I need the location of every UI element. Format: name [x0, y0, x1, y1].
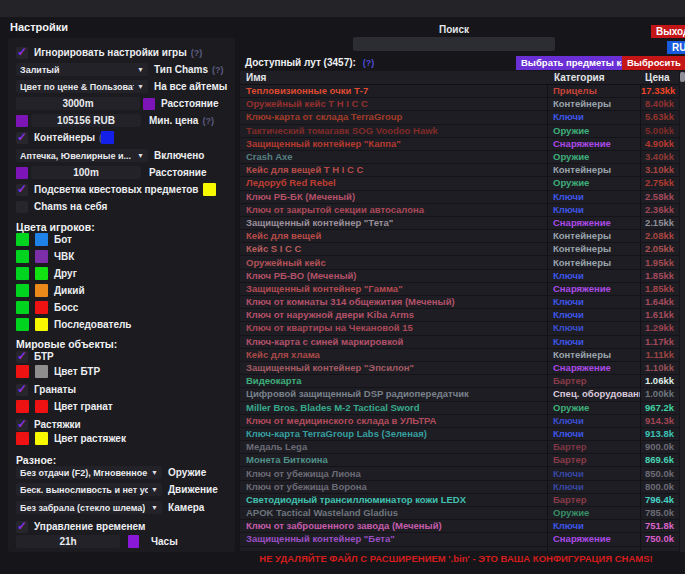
loot-row[interactable]: Оружейный кейсКонтейнеры1.95kk [240, 256, 679, 269]
camera-dropdown[interactable]: Без забрала (стекло шлема)▼ [16, 501, 162, 514]
loot-scrollbar-track[interactable] [680, 71, 685, 552]
loot-row[interactable]: Тепловизионные очки Т-7Прицелы17.33kk [240, 85, 679, 98]
weapon-dropdown[interactable]: Без отдачи (F2), Мгновенное п▼ [16, 466, 162, 479]
loot-scrollbar-thumb[interactable] [680, 72, 685, 82]
player-type-color-swatch[interactable] [35, 250, 48, 263]
player-type-color-swatch[interactable] [35, 233, 48, 246]
quest-items-color-swatch[interactable] [203, 183, 216, 196]
loot-row[interactable]: Кейс для вещейКонтейнеры2.08kk [240, 230, 679, 243]
loot-item-price: 5.63kk [641, 111, 679, 123]
loot-item-category: Контейнеры [548, 349, 641, 361]
quest-items-checkbox[interactable]: ✓ [16, 184, 28, 196]
player-type-color-swatch[interactable] [35, 284, 48, 297]
loot-row[interactable]: Ледоруб Red RebelОружие2.75kk [240, 177, 679, 190]
btr-color-swatch-1[interactable] [16, 365, 29, 378]
loot-row[interactable]: Монета БиткоинаБартер869.6k [240, 454, 679, 467]
hours-input[interactable] [16, 535, 120, 548]
loot-row[interactable]: Кейс для хламаКонтейнеры1.11kk [240, 349, 679, 362]
tripwires-checkbox[interactable]: ✓ [16, 419, 28, 431]
distance-input[interactable] [16, 97, 140, 110]
loot-row[interactable]: Цифровой защищенный DSP радиопередатчикС… [240, 388, 679, 401]
loot-row[interactable]: Светодиодный трансиллюминатор кожи LEDXБ… [240, 494, 679, 507]
player-visible-color-swatch[interactable] [16, 250, 29, 263]
player-color-row: ЧВК [16, 250, 74, 263]
loot-row[interactable]: Тактический томагавк SOG Voodoo HawkОруж… [240, 125, 679, 138]
grenades-checkbox[interactable]: ✓ [16, 384, 28, 396]
player-visible-color-swatch[interactable] [16, 267, 29, 280]
language-button[interactable]: RU [667, 41, 685, 54]
containers-color-swatch[interactable] [101, 131, 114, 144]
containers-filter-dropdown[interactable]: Аптечка, Ювелирные и...▼ [16, 149, 148, 162]
player-type-color-swatch[interactable] [35, 267, 48, 280]
loot-row[interactable]: Ключ от комнаты 314 общежития (Меченый)К… [240, 296, 679, 309]
search-input[interactable] [353, 37, 555, 51]
loot-item-name: Защищенный контейнер "Каппа" [240, 138, 548, 150]
loot-row[interactable]: Оружейный кейс T H I C CКонтейнеры8.40kk [240, 98, 679, 111]
loot-item-price: 914.3k [641, 415, 679, 427]
loot-row[interactable]: Ключ от заброшенного завода (Меченый)Клю… [240, 520, 679, 533]
loot-row[interactable]: Ключ-карта TerraGroup Labs (Зеленая)Ключ… [240, 428, 679, 441]
loot-item-price: 1.29kk [641, 322, 679, 334]
loot-row[interactable]: Защищенный контейнер "Каппа"Снаряжение4.… [240, 138, 679, 151]
btr-color-label: Цвет БТР [54, 366, 100, 377]
loot-row[interactable]: Ключ от квартиры на Чекановой 15Ключи1.2… [240, 322, 679, 335]
loot-row[interactable]: Crash AxeОружие3.40kk [240, 151, 679, 164]
loot-item-name: Кейс для вещей [240, 230, 548, 242]
movement-dropdown[interactable]: Беск. выносливость и нет уста▼ [16, 483, 162, 496]
player-type-color-swatch[interactable] [35, 318, 48, 331]
loot-row[interactable]: Медаль LegaБартер900.0k [240, 441, 679, 454]
time-control-checkbox[interactable]: ✓ [16, 521, 28, 533]
grenade-color-swatch-2[interactable] [35, 400, 48, 413]
loot-row[interactable]: Защищенный контейнер "Тета"Снаряжение2.1… [240, 217, 679, 230]
loot-row[interactable]: Ключ-карта от склада TerraGroupКлючи5.63… [240, 111, 679, 124]
loot-row[interactable]: ВидеокартаБартер1.06kk [240, 375, 679, 388]
min-price-input[interactable] [31, 114, 141, 127]
containers-distance-input[interactable] [31, 166, 141, 179]
loot-row[interactable]: Ключ от закрытой секции автосалонаКлючи2… [240, 204, 679, 217]
player-visible-color-swatch[interactable] [16, 301, 29, 314]
loot-item-name: Ключ от заброшенного завода (Меченый) [240, 520, 548, 532]
loot-row[interactable]: Защищенный контейнер "Гамма"Снаряжение1.… [240, 283, 679, 296]
loot-row[interactable]: Кейс S I C CКонтейнеры2.05kk [240, 243, 679, 256]
grenades-row: ✓ Гранаты [16, 383, 76, 396]
settings-title: Настройки [10, 21, 68, 33]
grenade-color-swatch-1[interactable] [16, 400, 29, 413]
loot-row[interactable]: Ключ от медицинского склада в УЛЬТРАКлюч… [240, 415, 679, 428]
loot-row[interactable]: Ключ от убежища ВоронаКлючи800.0k [240, 481, 679, 494]
min-price-color-swatch[interactable] [16, 115, 28, 127]
loot-row[interactable]: Miller Bros. Blades M-2 Tactical SwordОр… [240, 402, 679, 415]
loot-item-name: Ключ от медицинского склада в УЛЬТРА [240, 415, 548, 427]
loot-item-price: 869.6k [641, 454, 679, 466]
ignore-game-settings-checkbox[interactable]: ✓ [16, 47, 28, 59]
hours-color-swatch[interactable] [128, 535, 139, 548]
loot-row[interactable]: Защищенный контейнер "Эпсилон"Снаряжение… [240, 362, 679, 375]
loot-row[interactable]: Ключ РБ-БК (Меченый)Ключи2.58kk [240, 191, 679, 204]
loot-row[interactable]: Ключ от наружной двери Kiba ArmsКлючи1.6… [240, 309, 679, 322]
loot-row[interactable]: APOK Tactical Wasteland GladiusОружие785… [240, 507, 679, 520]
exit-button[interactable]: Выход [651, 25, 685, 38]
player-visible-color-swatch[interactable] [16, 233, 29, 246]
tripwire-color-swatch-1[interactable] [16, 432, 29, 445]
drop-all-button[interactable]: Выбросить все [622, 56, 685, 70]
loot-row[interactable]: Кейс для вещей T H I C CКонтейнеры3.10kk [240, 164, 679, 177]
tripwire-color-swatch-2[interactable] [35, 432, 48, 445]
distance-color-swatch[interactable] [143, 98, 155, 110]
chams-self-checkbox[interactable] [16, 201, 28, 213]
btr-checkbox[interactable]: ✓ [16, 351, 28, 363]
loot-item-name: APOK Tactical Wasteland Gladius [240, 507, 548, 519]
player-visible-color-swatch[interactable] [16, 318, 29, 331]
player-color-label: Последователь [54, 319, 132, 330]
loot-row[interactable]: Ключ от убежища ЛионаКлючи850.0k [240, 467, 679, 480]
loot-row[interactable]: Защищенный контейнер "Бета"Снаряжение750… [240, 533, 679, 546]
chams-type-dropdown[interactable]: Залитый▼ [16, 63, 148, 76]
loot-row[interactable]: Ключ-карта с синей маркировкойКлючи1.17k… [240, 336, 679, 349]
player-visible-color-swatch[interactable] [16, 284, 29, 297]
player-type-color-swatch[interactable] [35, 301, 48, 314]
loot-row[interactable] [240, 547, 679, 551]
containers-distance-color-swatch[interactable] [16, 167, 28, 179]
btr-color-swatch-2[interactable] [35, 365, 48, 378]
loot-row[interactable]: Ключ РБ-ВО (Меченый)Ключи1.85kk [240, 270, 679, 283]
containers-checkbox[interactable]: ✓ [16, 132, 28, 144]
all-items-dropdown[interactable]: Цвет по цене & Пользователь▼ [16, 80, 148, 93]
ignore-game-settings-row: ✓ Игнорировать настройки игры (?) [16, 46, 202, 59]
